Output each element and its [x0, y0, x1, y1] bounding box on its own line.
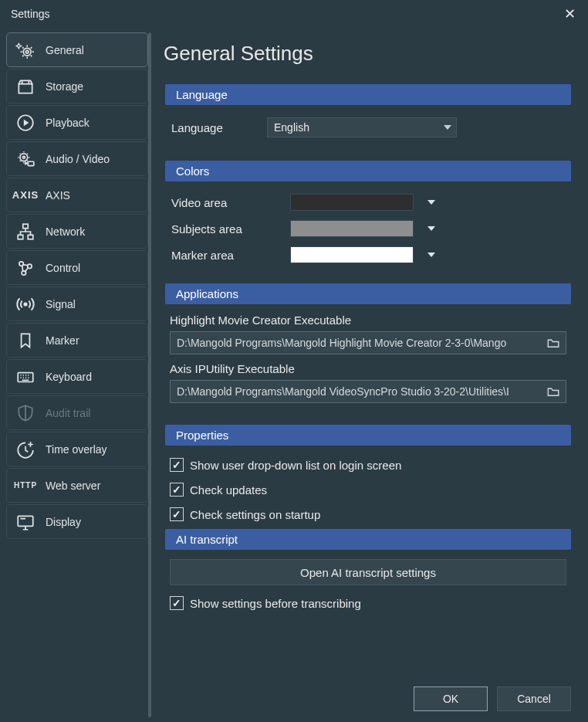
subjects-area-color-dropdown[interactable] [424, 222, 438, 236]
http-icon: HTTP [15, 475, 36, 497]
gear-sparkle-icon [15, 39, 36, 61]
section-header-properties: Properties [165, 425, 571, 446]
video-area-label: Video area [171, 196, 279, 209]
close-icon[interactable]: ✕ [560, 5, 579, 22]
axis-logo-icon: AXIS [15, 185, 36, 206]
sidebar-item-network[interactable]: Network [6, 214, 148, 249]
marker-area-label: Marker area [171, 249, 279, 262]
svg-point-10 [19, 261, 23, 265]
cancel-button-label: Cancel [517, 693, 551, 705]
check-settings-startup-label: Check settings on startup [190, 508, 320, 521]
svg-rect-8 [18, 235, 23, 239]
hmc-executable-label: Highlight Movie Creator Executable [170, 314, 566, 327]
svg-point-13 [24, 303, 26, 305]
marker-area-color-dropdown[interactable] [424, 248, 438, 262]
main-panel: General Settings Language Language Engli… [153, 28, 588, 722]
show-user-dropdown-checkbox[interactable] [170, 458, 184, 472]
sidebar-item-label: Time overlay [46, 443, 107, 456]
shield-icon [15, 402, 36, 424]
svg-point-4 [20, 153, 28, 161]
section-header-ai-transcript: AI transcript [165, 529, 571, 550]
svg-rect-7 [23, 224, 29, 228]
signal-icon [15, 293, 36, 315]
page-title: General Settings [164, 42, 574, 66]
sidebar-item-axis[interactable]: AXIS AXIS [6, 178, 148, 212]
check-updates-label: Check updates [190, 483, 267, 497]
control-icon [15, 257, 36, 279]
svg-rect-15 [18, 516, 33, 526]
sidebar-item-label: Keyboard [46, 371, 92, 383]
display-icon [15, 511, 36, 533]
svg-rect-9 [28, 235, 33, 239]
bookmark-icon [15, 330, 36, 351]
sidebar-item-label: Web server [46, 480, 100, 492]
open-ai-transcript-settings-label: Open AI transcript settings [300, 566, 436, 579]
sidebar-item-label: Playback [46, 117, 90, 129]
hmc-browse-button[interactable] [544, 334, 563, 351]
show-user-dropdown-label: Show user drop-down list on login screen [190, 459, 401, 472]
check-updates-checkbox[interactable] [170, 483, 184, 497]
sidebar-item-webserver[interactable]: HTTP Web server [6, 468, 148, 503]
show-settings-before-transcribing-checkbox[interactable] [170, 596, 184, 610]
axis-browse-button[interactable] [544, 383, 563, 400]
sidebar-item-label: Signal [46, 298, 76, 310]
svg-point-1 [25, 50, 28, 53]
video-area-color-swatch[interactable] [290, 194, 414, 211]
sidebar-item-storage[interactable]: Storage [6, 69, 148, 103]
show-settings-before-transcribing-label: Show settings before transcribing [190, 597, 361, 610]
hmc-executable-value: D:\Mangold Programs\Mangold Highlight Mo… [177, 337, 544, 349]
sidebar-item-label: Storage [46, 80, 83, 93]
svg-point-0 [23, 48, 31, 56]
svg-rect-6 [28, 161, 34, 165]
sidebar-item-label: General [46, 44, 84, 56]
sidebar: General Storage Playback [0, 28, 153, 722]
network-icon [15, 221, 36, 242]
sidebar-item-label: Audit trail [46, 407, 90, 419]
video-area-color-dropdown[interactable] [424, 195, 438, 209]
sidebar-item-label: AXIS [46, 189, 70, 202]
sidebar-scrollbar[interactable] [148, 32, 151, 717]
sidebar-item-label: Display [46, 516, 81, 528]
titlebar: Settings ✕ [0, 0, 588, 28]
storage-icon [15, 76, 36, 97]
open-ai-transcript-settings-button[interactable]: Open AI transcript settings [170, 559, 566, 585]
sidebar-item-playback[interactable]: Playback [6, 105, 148, 140]
svg-point-11 [28, 264, 32, 268]
window-title: Settings [11, 8, 50, 20]
sidebar-item-timeoverlay[interactable]: Time overlay [6, 432, 148, 466]
ok-button-label: OK [443, 693, 458, 705]
ok-button[interactable]: OK [414, 686, 488, 711]
chevron-down-icon [444, 125, 451, 130]
sidebar-item-label: Audio / Video [46, 153, 110, 165]
section-header-language: Language [165, 84, 571, 105]
dialog-footer: OK Cancel [164, 676, 574, 711]
check-settings-startup-checkbox[interactable] [170, 507, 184, 521]
marker-area-color-swatch[interactable] [290, 246, 414, 263]
audio-video-icon [15, 148, 36, 170]
sidebar-item-keyboard[interactable]: Keyboard [6, 359, 148, 394]
subjects-area-color-swatch[interactable] [290, 220, 414, 237]
axis-executable-value: D:\Mangold Programs\Mangold VideoSyncPro… [177, 385, 544, 398]
sidebar-item-marker[interactable]: Marker [6, 323, 148, 358]
section-header-applications: Applications [165, 283, 571, 304]
sidebar-item-audiovideo[interactable]: Audio / Video [6, 141, 148, 176]
keyboard-icon [15, 366, 36, 388]
clock-plus-icon [15, 439, 36, 460]
sidebar-item-display[interactable]: Display [6, 504, 148, 539]
sidebar-item-label: Control [46, 262, 80, 274]
sidebar-item-control[interactable]: Control [6, 250, 148, 285]
sidebar-item-signal[interactable]: Signal [6, 286, 148, 321]
svg-point-5 [22, 156, 25, 158]
language-label: Language [171, 121, 256, 134]
play-icon [15, 112, 36, 134]
language-select[interactable]: English [267, 117, 457, 137]
axis-executable-input[interactable]: D:\Mangold Programs\Mangold VideoSyncPro… [170, 380, 566, 403]
hmc-executable-input[interactable]: D:\Mangold Programs\Mangold Highlight Mo… [170, 331, 566, 354]
subjects-area-label: Subjects area [171, 222, 279, 236]
cancel-button[interactable]: Cancel [497, 686, 571, 711]
svg-rect-2 [19, 83, 32, 93]
sidebar-item-audittrail[interactable]: Audit trail [6, 395, 148, 430]
sidebar-item-label: Marker [46, 334, 79, 347]
sidebar-item-general[interactable]: General [6, 32, 148, 67]
section-header-colors: Colors [165, 161, 571, 181]
